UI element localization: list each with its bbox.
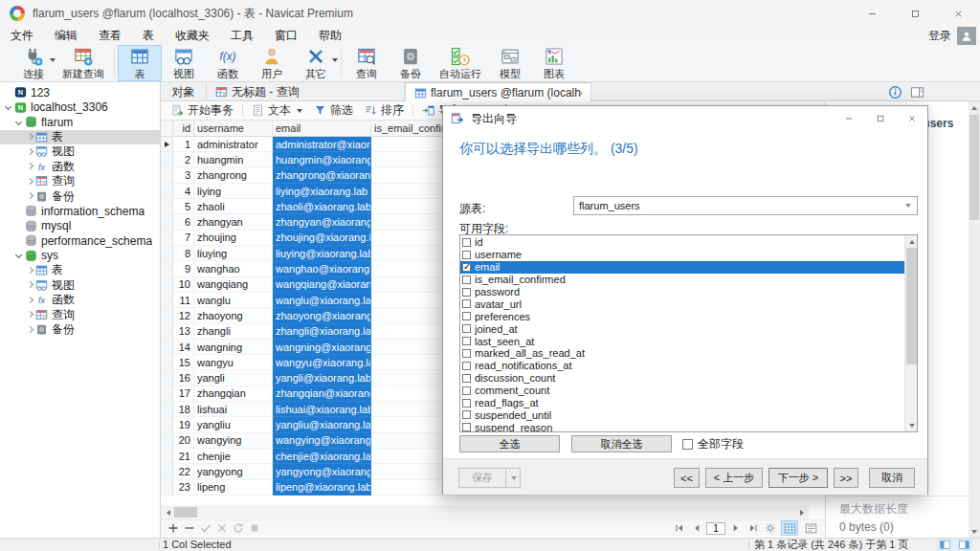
checkbox-email[interactable] <box>462 263 471 272</box>
tree-information-schema[interactable]: information_schema <box>0 204 160 219</box>
cell-id[interactable]: 16 <box>173 370 194 386</box>
toolbar-others[interactable]: 其它 <box>294 45 338 81</box>
checkbox-suspend_reason[interactable] <box>462 423 471 431</box>
cell-email[interactable]: yangliu@xiaorang.lab <box>273 417 371 432</box>
tree-sys-backups[interactable]: 备份 <box>0 322 160 338</box>
cell-id[interactable]: 15 <box>173 355 194 370</box>
cell-email[interactable]: wangying@xiaorang.lab <box>273 433 371 449</box>
refresh-button[interactable] <box>232 521 245 535</box>
cell-id[interactable]: 14 <box>173 340 194 355</box>
row-header[interactable] <box>161 261 173 276</box>
tree-sys-functions[interactable]: fx函数 <box>0 293 160 308</box>
scroll-left-icon[interactable] <box>161 505 174 519</box>
tree-chevron-icon[interactable] <box>25 132 34 142</box>
tab-objects[interactable]: 对象 <box>161 82 207 101</box>
login-label[interactable]: 登录 <box>928 28 951 44</box>
field-username[interactable]: username <box>460 249 904 261</box>
tab-table-flarum-users[interactable]: flarum_users @flarum (localhost_330... <box>405 82 591 102</box>
toolbar-user[interactable]: 用户 <box>250 45 294 81</box>
scroll-up-icon[interactable] <box>905 235 918 248</box>
cell-id[interactable]: 3 <box>173 168 194 184</box>
minimize-button[interactable] <box>851 0 894 27</box>
cell-id[interactable]: 23 <box>173 480 194 496</box>
cell-id[interactable]: 8 <box>173 246 194 261</box>
dialog-maximize-button[interactable] <box>864 107 896 130</box>
tree-mysql[interactable]: mysql <box>0 219 160 234</box>
field-email[interactable]: email <box>460 261 904 274</box>
grid-view-toggle[interactable] <box>781 520 798 536</box>
row-header[interactable] <box>161 199 173 214</box>
row-header[interactable] <box>161 433 173 449</box>
field-joined_at[interactable]: joined_at <box>460 322 904 335</box>
col-header-email[interactable]: email <box>273 121 371 136</box>
tree-chevron-icon[interactable] <box>25 147 34 157</box>
toolbar-new-query[interactable]: 新建查询 <box>56 45 111 81</box>
cell-email[interactable]: wanghao@xiaorang.lab <box>273 261 371 276</box>
cell-email[interactable]: zhaoli@xiaorang.lab <box>273 199 371 214</box>
menu-table[interactable]: 表 <box>132 27 165 45</box>
scroll-down-icon[interactable] <box>969 525 980 538</box>
row-header[interactable] <box>161 449 173 464</box>
scrollbar-thumb[interactable] <box>906 248 917 364</box>
checkbox-avatar_url[interactable] <box>462 299 471 308</box>
cell-id[interactable]: 10 <box>173 277 194 293</box>
tree-flarum-functions[interactable]: fx函数 <box>0 160 160 175</box>
checkbox-username[interactable] <box>462 251 471 259</box>
field-avatar_url[interactable]: avatar_url <box>460 298 904 310</box>
cell-id[interactable]: 11 <box>173 293 194 308</box>
field-read_notifications_at[interactable]: read_notifications_at <box>460 360 904 372</box>
field-marked_all_as_read_at[interactable]: marked_all_as_read_at <box>460 347 904 360</box>
tree-sys-tables[interactable]: 表 <box>0 263 160 278</box>
cell-email[interactable]: administrator@xiaorang.lab <box>273 137 371 152</box>
last-record-button[interactable] <box>746 521 760 536</box>
close-button[interactable] <box>937 0 980 27</box>
prev-step-button[interactable]: < 上一步 <box>705 468 763 488</box>
tree-flarum-queries[interactable]: 查询 <box>0 174 160 189</box>
toolbar-model[interactable]: 模型 <box>488 45 532 81</box>
cell-email[interactable]: wangqiang@xiaorang.lab <box>273 277 371 293</box>
tree-performance-schema[interactable]: performance_schema <box>0 233 160 249</box>
first-step-button[interactable]: << <box>674 468 700 488</box>
checkbox-preferences[interactable] <box>462 312 471 320</box>
checkbox-read_notifications_at[interactable] <box>462 362 471 370</box>
tree-flarum-views[interactable]: 视图 <box>0 144 160 160</box>
cell-id[interactable]: 18 <box>173 402 194 417</box>
tt-filter[interactable]: 筛选 <box>308 102 359 120</box>
toolbar-connection[interactable]: 连接 <box>11 45 56 81</box>
checkbox-discussion_count[interactable] <box>462 374 471 383</box>
cell-email[interactable]: zhangqian@xiaorang.lab <box>273 386 371 402</box>
field-id[interactable]: id <box>460 236 904 249</box>
deselect-all-button[interactable]: 取消全选 <box>571 435 672 452</box>
tree-chevron-icon[interactable] <box>14 118 24 127</box>
toolbar-view-big[interactable]: 视图 <box>162 45 206 81</box>
row-header[interactable] <box>161 464 173 479</box>
cell-email[interactable]: zhangrong@xiaorang.lab <box>273 168 371 184</box>
cell-username[interactable]: huangmin <box>194 152 273 167</box>
cell-username[interactable]: zhangyan <box>194 214 273 230</box>
discard-changes-button[interactable] <box>215 521 229 535</box>
row-header[interactable] <box>161 293 173 308</box>
next-record-button[interactable] <box>728 521 743 536</box>
cell-email[interactable]: yangyong@xiaorang.lab <box>273 464 371 479</box>
cell-username[interactable]: wangqiang <box>194 277 273 293</box>
field-comment_count[interactable]: comment_count <box>460 385 904 397</box>
tree-chevron-icon[interactable] <box>25 325 34 335</box>
settings-gear-icon[interactable] <box>763 521 777 536</box>
cell-username[interactable]: liying <box>194 184 273 199</box>
dropdown-caret-icon[interactable] <box>332 58 338 65</box>
cell-username[interactable]: wangying <box>194 433 273 449</box>
tree-chevron-icon[interactable] <box>25 177 34 187</box>
field-preferences[interactable]: preferences <box>460 310 904 322</box>
field-suspended_until[interactable]: suspended_until <box>460 408 904 421</box>
checkbox-joined_at[interactable] <box>462 324 471 333</box>
cell-email[interactable]: zhaoyong@xiaorang.lab <box>273 308 371 323</box>
delete-record-button[interactable] <box>183 521 196 535</box>
col-header-username[interactable]: username <box>194 121 273 136</box>
save-dropdown-button[interactable] <box>505 468 521 488</box>
row-header[interactable] <box>161 214 173 230</box>
checkbox-comment_count[interactable] <box>462 386 471 395</box>
tree-flarum-tables[interactable]: 表 <box>0 130 160 145</box>
tree-chevron-icon[interactable] <box>14 251 24 260</box>
row-header[interactable] <box>161 480 173 496</box>
listbox-scrollbar[interactable] <box>904 235 917 431</box>
